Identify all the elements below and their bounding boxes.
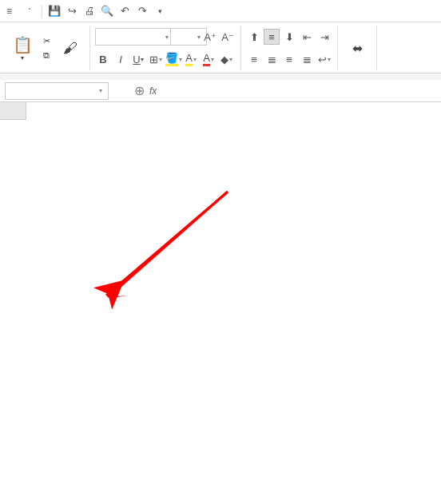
- underline-icon[interactable]: U▾: [130, 51, 146, 67]
- share-icon[interactable]: ↪: [65, 4, 79, 18]
- align-right-icon[interactable]: ≡: [281, 51, 297, 67]
- annotation-arrow: [92, 184, 236, 312]
- select-all-corner[interactable]: [0, 102, 26, 120]
- decrease-font-icon[interactable]: A⁻: [220, 29, 236, 45]
- redo-icon[interactable]: ↷: [135, 4, 149, 18]
- formula-input[interactable]: [161, 85, 441, 97]
- copy-button[interactable]: ⧉: [40, 48, 53, 62]
- align-bottom-icon[interactable]: ⬇: [281, 29, 297, 45]
- scissors-icon: ✂: [40, 36, 53, 46]
- increase-font-icon[interactable]: A⁺: [202, 29, 218, 45]
- decrease-indent-icon[interactable]: ⇤: [299, 29, 315, 45]
- ribbon: 📋 ▾ ✂ ⧉ 🖌 ▾ ▾ A⁺ A⁻ B I U▾ ⊞ 🪣 A A: [0, 22, 441, 73]
- highlight-icon[interactable]: A: [183, 51, 199, 67]
- print-preview-icon[interactable]: 🔍: [100, 4, 114, 18]
- align-top-icon[interactable]: ⬆: [246, 29, 262, 45]
- wrap-icon[interactable]: ↩: [316, 51, 332, 67]
- italic-icon[interactable]: I: [113, 51, 129, 67]
- font-color-icon[interactable]: A: [201, 51, 217, 67]
- border-icon[interactable]: ⊞: [148, 51, 164, 67]
- qat-dropdown-icon[interactable]: ▾: [153, 4, 167, 18]
- menu-bar: ≡ ˅ 💾 ↪ 🖨 🔍 ↶ ↷ ▾: [0, 0, 441, 22]
- effects-icon[interactable]: ◆: [218, 51, 234, 67]
- target-icon[interactable]: ⊕: [134, 83, 145, 98]
- format-painter-button[interactable]: 🖌: [56, 40, 85, 57]
- increase-indent-icon[interactable]: ⇥: [316, 29, 332, 45]
- font-name-combo[interactable]: [95, 28, 175, 46]
- cut-button[interactable]: ✂: [40, 34, 53, 48]
- hamburger-icon[interactable]: ≡: [6, 6, 18, 17]
- spreadsheet: [0, 102, 441, 120]
- undo-icon[interactable]: ↶: [117, 4, 132, 18]
- print-icon[interactable]: 🖨: [82, 4, 97, 18]
- align-middle-icon[interactable]: ≡: [264, 29, 280, 45]
- bold-icon[interactable]: B: [95, 51, 111, 67]
- align-center-icon[interactable]: ≣: [264, 51, 280, 67]
- paste-button[interactable]: 📋 ▾: [8, 35, 37, 62]
- fx-icon[interactable]: fx: [149, 85, 157, 97]
- justify-icon[interactable]: ≣: [299, 51, 315, 67]
- svg-line-0: [106, 192, 228, 296]
- name-box[interactable]: [5, 82, 109, 100]
- save-icon[interactable]: 💾: [47, 4, 62, 18]
- copy-icon: ⧉: [40, 50, 53, 61]
- separator: [42, 5, 42, 18]
- file-menu[interactable]: ˅: [22, 4, 37, 18]
- align-left-icon[interactable]: ≡: [246, 51, 262, 67]
- merge-button[interactable]: ⬌: [343, 41, 371, 56]
- formula-bar: ▾ ⊕ fx: [0, 80, 441, 102]
- fill-color-icon[interactable]: 🪣: [165, 51, 181, 67]
